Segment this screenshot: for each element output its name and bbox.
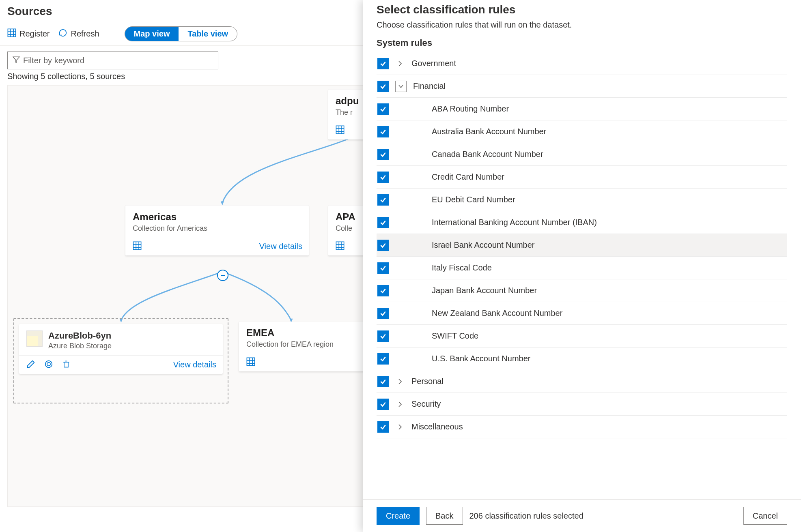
checkbox-icon[interactable]	[377, 126, 389, 137]
chevron-right-icon[interactable]	[395, 378, 405, 385]
checkbox-icon[interactable]	[377, 58, 389, 69]
filter-input[interactable]: Filter by keyword	[7, 51, 218, 69]
rule-item-label: EU Debit Card Number	[432, 195, 515, 204]
checkbox-icon[interactable]	[377, 81, 389, 92]
panel-title: Select classification rules	[377, 3, 787, 16]
rule-category-row[interactable]: Security	[377, 393, 787, 416]
rule-category-row[interactable]: Financial	[377, 75, 787, 98]
rule-item-label: International Banking Account Number (IB…	[432, 218, 597, 227]
rule-item-row[interactable]: New Zealand Bank Account Number	[377, 302, 787, 325]
svg-rect-10	[336, 126, 344, 133]
rule-category-label: Security	[411, 399, 441, 409]
edit-icon[interactable]	[26, 360, 35, 370]
selection-status: 206 classification rules selected	[469, 511, 584, 521]
rule-category-label: Financial	[413, 82, 446, 91]
svg-marker-5	[13, 57, 19, 62]
checkbox-icon[interactable]	[377, 330, 389, 342]
rule-category-row[interactable]: Personal	[377, 370, 787, 393]
source-card-azureblob[interactable]: AzureBlob-6yn Azure Blob Storage View de…	[19, 324, 223, 374]
checkbox-icon[interactable]	[377, 172, 389, 183]
rule-item-label: New Zealand Bank Account Number	[432, 309, 562, 318]
grid-icon[interactable]	[246, 357, 255, 367]
rule-item-row[interactable]: EU Debit Card Number	[377, 189, 787, 211]
rule-item-label: Israel Bank Account Number	[432, 240, 534, 250]
checkbox-icon[interactable]	[377, 103, 389, 115]
card-subtitle: Collection for Americas	[133, 224, 301, 233]
system-rules-heading: System rules	[377, 38, 787, 48]
collapse-node-icon[interactable]	[217, 270, 228, 281]
rule-category-row[interactable]: Miscellaneous	[377, 416, 787, 438]
classification-rules-panel: Select classification rules Choose class…	[363, 0, 801, 532]
chevron-right-icon[interactable]	[395, 401, 405, 408]
rule-category-label: Government	[411, 59, 456, 68]
checkbox-icon[interactable]	[377, 421, 389, 433]
svg-rect-0	[8, 29, 15, 36]
checkbox-icon[interactable]	[377, 353, 389, 365]
rule-item-row[interactable]: Credit Card Number	[377, 166, 787, 189]
map-view-tab[interactable]: Map view	[125, 27, 179, 41]
cancel-button[interactable]: Cancel	[743, 507, 787, 525]
source-title: AzureBlob-6yn	[48, 330, 112, 341]
grid-icon[interactable]	[336, 241, 345, 251]
azure-blob-icon	[26, 330, 43, 347]
rule-category-label: Personal	[411, 377, 444, 386]
view-details-link[interactable]: View details	[173, 360, 216, 369]
svg-rect-21	[336, 242, 344, 249]
panel-footer: Create Back 206 classification rules sel…	[363, 499, 801, 532]
register-button[interactable]: Register	[7, 28, 50, 39]
rule-item-label: Japan Bank Account Number	[432, 286, 537, 295]
chevron-down-icon[interactable]	[395, 81, 407, 92]
svg-rect-26	[247, 358, 254, 365]
checkbox-icon[interactable]	[377, 194, 389, 206]
card-title: Americas	[133, 211, 301, 223]
rule-item-label: U.S. Bank Account Number	[432, 354, 530, 363]
panel-description: Choose classification rules that will ru…	[377, 20, 787, 30]
chevron-right-icon[interactable]	[395, 424, 405, 430]
table-view-tab[interactable]: Table view	[179, 27, 237, 41]
rule-item-label: Canada Bank Account Number	[432, 150, 543, 159]
back-button[interactable]: Back	[426, 507, 463, 525]
checkbox-icon[interactable]	[377, 308, 389, 319]
chevron-right-icon[interactable]	[395, 60, 405, 67]
svg-rect-33	[64, 362, 68, 367]
grid-icon[interactable]	[336, 125, 345, 135]
rule-item-row[interactable]: SWIFT Code	[377, 325, 787, 348]
checkbox-icon[interactable]	[377, 217, 389, 228]
checkbox-icon[interactable]	[377, 399, 389, 410]
view-toggle: Map view Table view	[125, 26, 238, 41]
grid-icon[interactable]	[133, 241, 142, 251]
rule-category-row[interactable]: Government	[377, 52, 787, 75]
rule-item-label: Italy Fiscal Code	[432, 263, 492, 272]
refresh-icon	[58, 28, 67, 39]
checkbox-icon[interactable]	[377, 285, 389, 296]
rule-item-row[interactable]: Japan Bank Account Number	[377, 279, 787, 302]
rule-item-row[interactable]: Israel Bank Account Number	[377, 234, 787, 257]
create-button[interactable]: Create	[377, 507, 420, 525]
rule-item-row[interactable]: Australia Bank Account Number	[377, 120, 787, 143]
view-details-link[interactable]: View details	[259, 242, 302, 251]
rule-item-row[interactable]: U.S. Bank Account Number	[377, 348, 787, 370]
rule-item-label: Credit Card Number	[432, 172, 504, 182]
checkbox-icon[interactable]	[377, 240, 389, 251]
rule-category-label: Miscellaneous	[411, 422, 463, 431]
delete-icon[interactable]	[62, 360, 70, 370]
collection-card-americas[interactable]: Americas Collection for Americas View de…	[125, 206, 309, 255]
svg-point-31	[45, 361, 52, 368]
checkbox-icon[interactable]	[377, 262, 389, 274]
source-wrapper: AzureBlob-6yn Azure Blob Storage View de…	[13, 318, 228, 403]
svg-point-32	[47, 363, 50, 366]
rule-item-row[interactable]: International Banking Account Number (IB…	[377, 211, 787, 234]
rule-item-label: Australia Bank Account Number	[432, 127, 546, 136]
svg-marker-6	[221, 201, 224, 205]
rule-item-row[interactable]: Canada Bank Account Number	[377, 143, 787, 166]
rule-item-row[interactable]: Italy Fiscal Code	[377, 257, 787, 279]
target-icon[interactable]	[44, 360, 53, 370]
checkbox-icon[interactable]	[377, 376, 389, 387]
rule-item-label: ABA Routing Number	[432, 104, 509, 114]
refresh-button[interactable]: Refresh	[58, 28, 99, 39]
source-subtitle: Azure Blob Storage	[48, 342, 112, 350]
svg-rect-15	[133, 242, 141, 249]
rule-item-row[interactable]: ABA Routing Number	[377, 98, 787, 120]
grid-icon	[7, 28, 16, 39]
checkbox-icon[interactable]	[377, 149, 389, 160]
